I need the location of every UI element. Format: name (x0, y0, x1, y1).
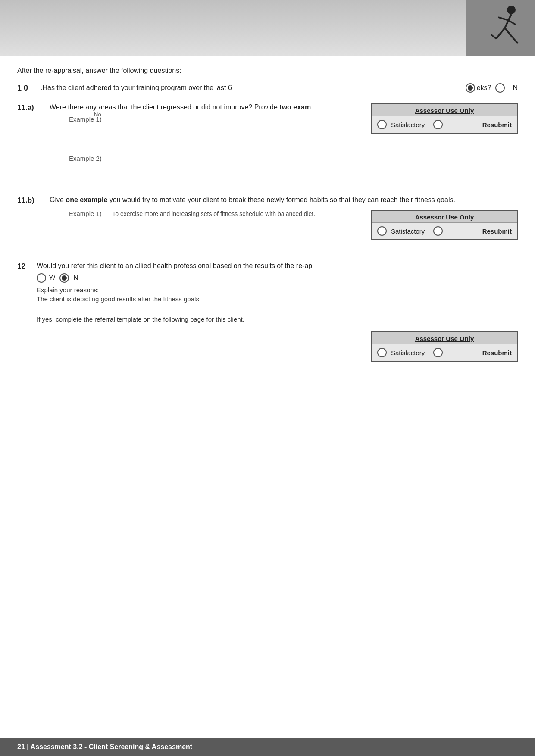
q11a-text: Were there any areas that the client reg… (50, 103, 363, 111)
q10-radio-y[interactable] (466, 83, 475, 93)
q12-radio-y[interactable] (37, 273, 46, 283)
q11a-ex1-box (69, 127, 328, 148)
q12-explain-answer: The client is depicting good results aft… (37, 295, 518, 303)
q11b-text: Give one example you would try to motiva… (50, 196, 518, 204)
svg-line-7 (513, 37, 518, 43)
q11a-ex1-answer: No (94, 111, 101, 118)
q10-weeks: eks? (477, 84, 491, 92)
q10-radio-n[interactable] (495, 83, 505, 93)
q12-radio-row: Y/ N (37, 273, 518, 283)
assessor-satisfactory-label-2: Satisfactory (391, 228, 425, 235)
svg-line-4 (496, 28, 505, 39)
assessor-satisfactory-radio-1[interactable] (377, 120, 387, 129)
header (0, 0, 535, 56)
assessor-resubmit-radio-2[interactable] (433, 226, 443, 236)
q11b-ex1-wrap: Example 1) To exercise more and increasi… (69, 210, 518, 218)
assessor-title-3: Assessor Use Only (372, 332, 517, 344)
q11a-text-main: Were there any areas that the client reg… (50, 103, 278, 111)
assessor-resubmit-label-2: Resubmit (482, 228, 512, 235)
assessor-box-3: Assessor Use Only Satisfactory Resubmit (371, 331, 518, 362)
q10-text: .Has the client adhered to your training… (41, 84, 461, 92)
q11b-ex1-label: Example 1) (69, 210, 102, 217)
q11a-ex1-label-wrap: Example 1) No (69, 116, 102, 123)
q11a-number: 11.a) (17, 103, 41, 112)
q11b-section: 11.b) Give one example you would try to … (17, 196, 518, 253)
q11a-ex2-box (69, 166, 328, 187)
assessor-title-1: Assessor Use Only (372, 104, 517, 116)
svg-line-2 (498, 17, 508, 20)
q12-header: 12 Would you refer this client to an all… (17, 262, 518, 271)
q11a-header: 11.a) Were there any areas that the clie… (17, 103, 363, 112)
assessor-section-1: Assessor Use Only Satisfactory Resubmit … (17, 103, 518, 196)
q11b-header: 11.b) Give one example you would try to … (17, 196, 518, 205)
q11b-suffix: you would try to motivate your client to… (107, 196, 455, 203)
assessor-resubmit-label-1: Resubmit (482, 121, 512, 128)
assessor-satisfactory-label-3: Satisfactory (391, 349, 425, 356)
assessor-resubmit-radio-1[interactable] (433, 120, 443, 129)
q12-explain-prompt: Explain your reasons: (37, 286, 518, 294)
q12-n-label: N (73, 274, 78, 282)
svg-line-6 (505, 28, 513, 37)
page: After the re-appraisal, answer the follo… (0, 0, 535, 756)
q12-referral-text: If yes, complete the referral template o… (37, 316, 518, 323)
logo-area (466, 0, 535, 56)
q11b-number: 11.b) (17, 196, 41, 205)
q11a-bold: two exam (278, 103, 311, 111)
q12-number: 12 (17, 262, 32, 271)
assessor-options-1: Satisfactory Resubmit (372, 116, 517, 133)
svg-line-5 (491, 34, 496, 39)
assessor-options-3: Satisfactory Resubmit (372, 344, 517, 361)
q11b-ex1-answer: To exercise more and increasing sets of … (112, 210, 315, 217)
footer-text: 21 | Assessment 3.2 - Client Screening &… (17, 743, 192, 750)
q11b-bold: one example (64, 196, 107, 203)
intro-text: After the re-appraisal, answer the follo… (17, 67, 518, 75)
q12-section: 12 Would you refer this client to an all… (17, 262, 518, 366)
q12-radio-n[interactable] (59, 273, 69, 283)
assessor-section-3: Assessor Use Only Satisfactory Resubmit (17, 331, 518, 366)
assessor-satisfactory-label-1: Satisfactory (391, 121, 425, 128)
assessor-satisfactory-radio-3[interactable] (377, 348, 387, 357)
q10-row: 1 0 .Has the client adhered to your trai… (17, 83, 518, 93)
q12-y-label: Y/ (49, 274, 55, 282)
assessor-box-1: Assessor Use Only Satisfactory Resubmit (371, 103, 518, 134)
q11b-ex1-box (69, 221, 371, 247)
q11a-example2: Example 2) (69, 155, 518, 187)
q10-n-label: N (513, 84, 518, 92)
logo-icon (475, 2, 526, 54)
assessor-satisfactory-radio-2[interactable] (377, 226, 387, 236)
q11b-prefix: Give (50, 196, 64, 203)
q11a-ex2-label: Example 2) (69, 155, 102, 162)
footer: 21 | Assessment 3.2 - Client Screening &… (0, 738, 535, 756)
svg-line-3 (508, 20, 516, 25)
assessor-resubmit-label-3: Resubmit (482, 349, 512, 356)
content-area: After the re-appraisal, answer the follo… (0, 56, 535, 407)
q12-text: Would you refer this client to an allied… (37, 262, 518, 270)
svg-point-0 (507, 6, 516, 14)
q10-number: 1 0 (17, 84, 39, 93)
assessor-options-2: Satisfactory Resubmit (372, 223, 517, 239)
assessor-resubmit-radio-3[interactable] (433, 348, 443, 357)
